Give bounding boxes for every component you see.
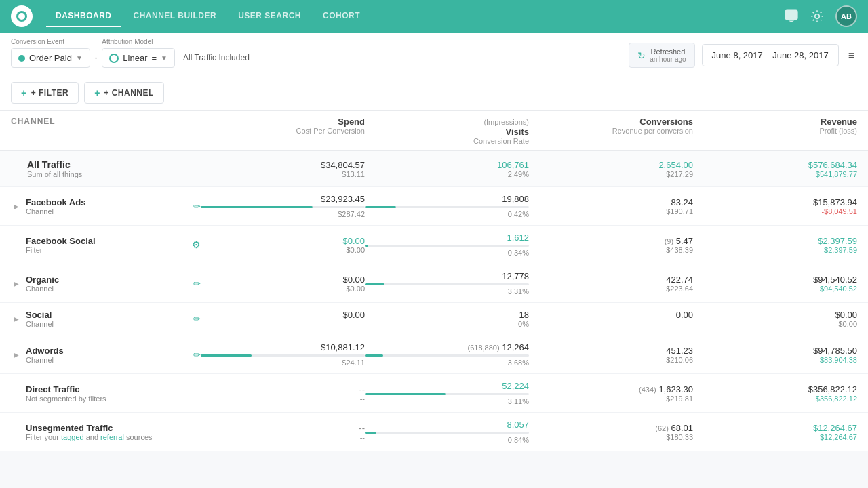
visits-value: 52,224 bbox=[365, 381, 529, 391]
attribution-equals: = bbox=[151, 53, 157, 63]
spend-sub: -- bbox=[201, 320, 365, 328]
revenue-value: $576,684.34 bbox=[693, 160, 857, 170]
conversions-sub: $438.39 bbox=[529, 246, 693, 254]
revenue-sub: $0.00 bbox=[693, 320, 857, 328]
expand-icon[interactable]: ▶ bbox=[11, 349, 22, 360]
row-name: Adwords bbox=[26, 346, 189, 356]
chat-icon[interactable] bbox=[784, 9, 799, 24]
edit-icon[interactable]: ✏ bbox=[193, 279, 201, 289]
spend-value: $0.00 bbox=[201, 274, 365, 285]
nav-item-cohort[interactable]: COHORT bbox=[313, 5, 370, 27]
conversions-value: 2,654.00 bbox=[529, 160, 693, 170]
filter-button[interactable]: + + FILTER bbox=[11, 82, 79, 104]
row-sub: Channel bbox=[26, 207, 189, 216]
visits-value: (618,880) 12,264 bbox=[365, 342, 529, 352]
channel-btn-label: + CHANNEL bbox=[104, 88, 154, 98]
conversions-value: (9) 5.47 bbox=[529, 236, 693, 246]
table-row: Direct Traffic Not segmented by filters … bbox=[0, 374, 868, 413]
visits-value: 1,612 bbox=[365, 232, 529, 243]
conversion-value: Order Paid bbox=[29, 53, 72, 63]
conversions-value: (434) 1,623.30 bbox=[529, 384, 693, 394]
edit-icon[interactable]: ✏ bbox=[193, 201, 201, 211]
visits-value: 18 bbox=[365, 310, 529, 320]
conversion-event-group: Conversion Event Order Paid ▼ bbox=[11, 38, 90, 68]
table-row: Facebook Social Filter ⚙ $0.00 $0.00 1,6… bbox=[0, 226, 868, 264]
attribution-arrow: ▼ bbox=[161, 54, 167, 62]
spend-value: $23,923.45 bbox=[201, 194, 365, 204]
spend-sub: $287.42 bbox=[201, 210, 365, 218]
table-row: Unsegmented Traffic Filter your tagged a… bbox=[0, 413, 868, 451]
spend-sub: $0.00 bbox=[201, 285, 365, 293]
filter-btn-label: + FILTER bbox=[31, 88, 68, 98]
attribution-model-group: Attribution Model Linear = ▼ bbox=[102, 38, 175, 68]
channel-button[interactable]: + + CHANNEL bbox=[84, 82, 164, 104]
table-row: ▶ Facebook Ads Channel ✏ $23,923.45 $287… bbox=[0, 187, 868, 226]
edit-icon[interactable]: ✏ bbox=[193, 314, 201, 324]
revenue-value: $2,397.59 bbox=[693, 236, 857, 246]
table-row: ▶ Adwords Channel ✏ $10,881.12 $24.11 (6… bbox=[0, 336, 868, 374]
attribution-model-dropdown[interactable]: Linear = ▼ bbox=[102, 48, 175, 68]
nav-item-channel-builder[interactable]: CHANNEL BUILDER bbox=[124, 5, 226, 27]
user-avatar[interactable]: AB bbox=[835, 5, 857, 27]
visits-value: 106,761 bbox=[365, 160, 529, 170]
row-sub: Channel bbox=[26, 320, 189, 328]
spend-value: -- bbox=[201, 384, 365, 394]
nav-bar: DASHBOARD CHANNEL BUILDER USER SEARCH CO… bbox=[0, 0, 868, 33]
revenue-sub: $356,822.12 bbox=[693, 394, 857, 403]
revenue-sub: -$8,049.51 bbox=[693, 207, 857, 216]
conversion-event-dropdown[interactable]: Order Paid ▼ bbox=[11, 48, 90, 68]
revenue-sub: $12,264.67 bbox=[693, 433, 857, 441]
settings-icon[interactable] bbox=[810, 9, 825, 24]
conversions-sub: -- bbox=[529, 320, 693, 328]
spend-value: -- bbox=[201, 423, 365, 433]
revenue-value: $356,822.12 bbox=[693, 384, 857, 394]
expand-icon[interactable]: ▶ bbox=[11, 201, 22, 211]
revenue-sub: $541,879.77 bbox=[693, 170, 857, 178]
visits-value: 8,057 bbox=[365, 420, 529, 430]
referral-link[interactable]: referral bbox=[100, 433, 124, 441]
spend-sub: -- bbox=[201, 394, 365, 403]
row-sub: Channel bbox=[26, 356, 189, 364]
conversion-arrow: ▼ bbox=[76, 54, 83, 62]
nav-item-user-search[interactable]: USER SEARCH bbox=[229, 5, 311, 27]
revenue-value: $0.00 bbox=[693, 310, 857, 320]
table-row: All Traffic Sum of all things $34,804.57… bbox=[0, 151, 868, 187]
tagged-link[interactable]: tagged bbox=[61, 433, 84, 441]
traffic-text: All Traffic Included bbox=[183, 53, 250, 68]
revenue-value: $94,540.52 bbox=[693, 274, 857, 285]
logo[interactable] bbox=[11, 5, 33, 27]
conversions-value: 422.74 bbox=[529, 274, 693, 285]
list-view-icon[interactable]: ≡ bbox=[846, 47, 857, 64]
date-range[interactable]: June 8, 2017 – June 28, 2017 bbox=[702, 44, 839, 66]
expand-icon[interactable]: ▶ bbox=[11, 314, 22, 325]
col-visits-header: (Impressions) Visits Conversion Rate bbox=[365, 117, 529, 145]
refresh-text: Refreshed bbox=[650, 47, 686, 56]
gear-icon[interactable]: ⚙ bbox=[192, 239, 201, 250]
attribution-model-label: Attribution Model bbox=[102, 38, 175, 45]
toolbar: Conversion Event Order Paid ▼ · Attribut… bbox=[0, 33, 868, 75]
col-channel-header: CHANNEL bbox=[11, 117, 201, 145]
revenue-value: $12,264.67 bbox=[693, 423, 857, 433]
refresh-sub: an hour ago bbox=[650, 56, 686, 63]
conversions-value: (62) 68.01 bbox=[529, 423, 693, 433]
svg-point-3 bbox=[815, 14, 820, 19]
conversions-value: 451.23 bbox=[529, 346, 693, 356]
visits-sub: 0.34% bbox=[365, 249, 529, 257]
row-name: Organic bbox=[26, 274, 189, 285]
spend-sub: $24.11 bbox=[201, 359, 365, 367]
conversions-sub: $190.71 bbox=[529, 207, 693, 216]
attribution-value: Linear bbox=[123, 53, 147, 63]
row-sub: Not segmented by filters bbox=[26, 394, 201, 403]
conversions-sub: $219.81 bbox=[529, 394, 693, 403]
row-name: Facebook Ads bbox=[26, 197, 189, 207]
spend-value: $0.00 bbox=[201, 310, 365, 320]
revenue-sub: $94,540.52 bbox=[693, 285, 857, 293]
conversions-sub: $217.29 bbox=[529, 170, 693, 178]
nav-item-dashboard[interactable]: DASHBOARD bbox=[46, 5, 121, 27]
action-bar: + + FILTER + + CHANNEL bbox=[0, 75, 868, 111]
expand-icon[interactable]: ▶ bbox=[11, 278, 22, 289]
visits-value: 19,808 bbox=[365, 194, 529, 204]
edit-icon[interactable]: ✏ bbox=[193, 350, 201, 360]
spend-value: $10,881.12 bbox=[201, 342, 365, 352]
conversions-value: 0.00 bbox=[529, 310, 693, 320]
